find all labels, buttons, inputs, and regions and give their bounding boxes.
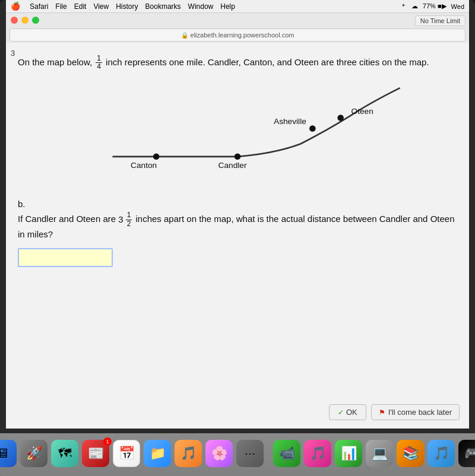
close-button[interactable] — [11, 17, 18, 24]
part-b-label: b. — [18, 199, 457, 209]
dock-itunes2[interactable]: 🎵 — [428, 440, 455, 467]
dock-calendar[interactable]: 📅 — [113, 440, 140, 467]
mixed-fraction: 1 2 — [126, 211, 132, 227]
minimize-button[interactable] — [21, 17, 28, 24]
dock-arcade[interactable]: 🎮 — [458, 440, 475, 467]
dock-photos[interactable]: 🌸 — [205, 440, 233, 467]
action-buttons: ✓ OK ⚑ I'll come back later — [329, 404, 460, 420]
mixed-whole: 3 — [118, 213, 123, 227]
part-b-question: If Candler and Oteen are 3 1 2 inches ap… — [18, 211, 457, 241]
check-icon: ✓ — [338, 408, 344, 417]
mixed-number: 3 1 2 — [118, 211, 133, 227]
answer-input[interactable] — [18, 248, 113, 267]
dock-news[interactable]: 📰 1 — [82, 440, 109, 467]
mixed-fraction-den: 2 — [126, 220, 132, 228]
content-area: 3 On the map below, 1 4 inch represents … — [6, 43, 469, 429]
mixed-fraction-num: 1 — [126, 211, 132, 220]
fraction-denominator: 4 — [96, 63, 102, 71]
ok-button[interactable]: ✓ OK — [329, 404, 366, 420]
flag-button[interactable]: ⚑ I'll come back later — [371, 404, 460, 420]
question-text-before: On the map below, — [18, 57, 92, 67]
monitor: 🍎 Safari File Edit View History Bookmark… — [0, 0, 475, 476]
news-badge: 1 — [103, 437, 112, 446]
clock: Wed — [451, 3, 464, 10]
candler-label: Candler — [218, 161, 247, 170]
canton-label: Canton — [131, 161, 157, 170]
maximize-button[interactable] — [32, 17, 39, 24]
fraction-quarter: 1 4 — [96, 55, 102, 71]
dock-finder[interactable]: 🖥 — [0, 440, 17, 467]
asheville-dot — [309, 126, 316, 132]
menu-bookmarks[interactable]: Bookmarks — [145, 2, 181, 11]
wifi-icon: ☁ — [411, 2, 418, 10]
menu-window[interactable]: Window — [188, 2, 214, 11]
oteen-label: Oteen — [352, 107, 373, 116]
menu-edit[interactable]: Edit — [74, 2, 87, 11]
tab-bar — [6, 13, 469, 27]
candler-dot — [235, 154, 241, 160]
menu-file[interactable]: File — [55, 2, 66, 11]
menu-view[interactable]: View — [93, 2, 109, 11]
part-b: b. If Candler and Oteen are 3 1 2 inches… — [18, 199, 457, 267]
bluetooth-icon: ＊ — [400, 2, 407, 11]
ok-label: OK — [346, 408, 357, 417]
traffic-lights — [11, 17, 39, 24]
asheville-label: Asheville — [274, 117, 306, 126]
menu-help[interactable]: Help — [220, 2, 235, 11]
question-number: 3 — [11, 49, 15, 58]
url-text: elizabeth.learning.powerschool.com — [191, 31, 294, 39]
menu-bar: 🍎 Safari File Edit View History Bookmark… — [6, 0, 469, 13]
dock-music[interactable]: 🎵 — [175, 440, 202, 467]
oteen-dot — [337, 115, 344, 122]
question-text-after: inch represents one mile. Candler, Canto… — [106, 57, 429, 67]
screen: 🍎 Safari File Edit View History Bookmark… — [6, 0, 469, 429]
dock: 🖥 🚀 🗺 📰 1 📅 📁 🎵 🌸 — [0, 433, 475, 476]
menu-bar-right: ＊ ☁ 77% ■▶ Wed — [400, 2, 464, 11]
dock-charts[interactable]: 📊 — [335, 440, 362, 467]
dock-facetime[interactable]: 📹 — [273, 440, 300, 467]
dock-files[interactable]: 📁 — [144, 440, 171, 467]
map-svg: Canton Candler Asheville Oteen — [18, 75, 457, 194]
flag-label: I'll come back later — [388, 408, 452, 417]
menu-bar-left: 🍎 Safari File Edit View History Bookmark… — [11, 2, 400, 11]
dock-remote[interactable]: 💻 — [366, 440, 393, 467]
part-text-before: If Candler and Oteen are — [18, 214, 116, 224]
menu-safari[interactable]: Safari — [30, 2, 48, 11]
dock-more[interactable]: ⋯ — [236, 440, 264, 467]
lock-icon: 🔒 — [181, 32, 188, 39]
dock-launchpad[interactable]: 🚀 — [20, 440, 48, 467]
address-bar[interactable]: 🔒 elizabeth.learning.powerschool.com — [10, 28, 466, 42]
dock-maps[interactable]: 🗺 — [51, 440, 78, 467]
battery-indicator: 77% ■▶ — [423, 2, 446, 10]
map-container: Canton Candler Asheville Oteen — [18, 75, 457, 194]
dock-books[interactable]: 📚 — [397, 440, 424, 467]
fraction-numerator: 1 — [96, 55, 102, 63]
dock-itunes[interactable]: 🎵 — [304, 440, 331, 467]
question-text: On the map below, 1 4 inch represents on… — [18, 55, 457, 71]
apple-logo-icon: 🍎 — [11, 2, 20, 11]
no-time-limit-badge: No Time Limit — [415, 15, 466, 26]
canton-dot — [153, 154, 160, 160]
flag-icon: ⚑ — [379, 408, 385, 417]
menu-history[interactable]: History — [116, 2, 138, 11]
